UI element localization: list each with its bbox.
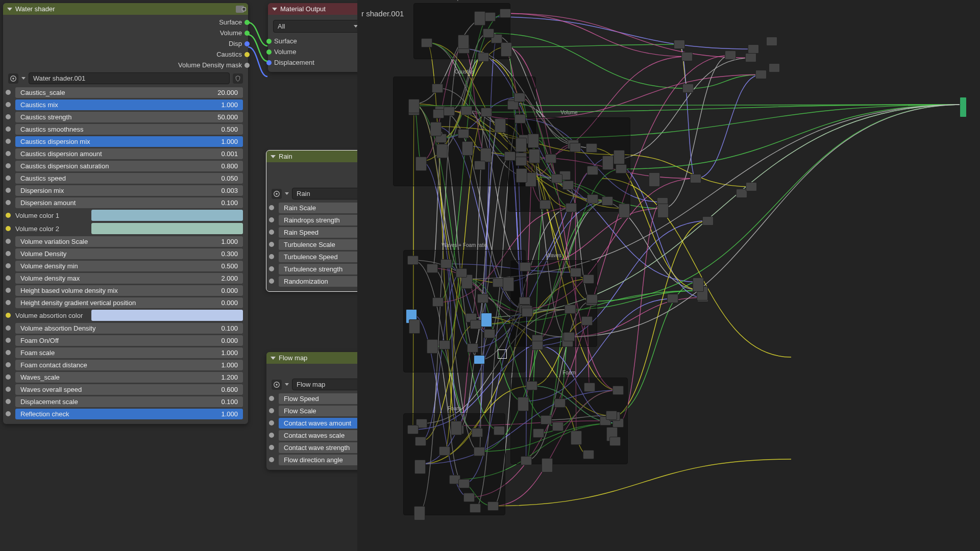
mini-node[interactable] bbox=[439, 446, 450, 456]
mini-node[interactable] bbox=[614, 150, 625, 164]
mini-node[interactable] bbox=[657, 204, 669, 218]
mini-node[interactable] bbox=[520, 262, 531, 271]
mini-node[interactable] bbox=[461, 106, 472, 115]
param-row[interactable]: Caustics speed0.050 bbox=[4, 172, 247, 184]
nodegroup-name-field[interactable]: Water shader.001 bbox=[29, 72, 230, 84]
mini-node[interactable] bbox=[480, 148, 492, 162]
mini-node[interactable] bbox=[474, 11, 485, 26]
mini-node[interactable] bbox=[542, 458, 553, 472]
mini-node[interactable] bbox=[484, 329, 495, 338]
mini-node[interactable] bbox=[458, 129, 469, 138]
param-row[interactable]: Displacement scale0.100 bbox=[4, 395, 247, 408]
mini-node[interactable] bbox=[408, 99, 420, 113]
output-caustics[interactable]: Caustics bbox=[4, 49, 247, 60]
mini-node[interactable] bbox=[746, 182, 757, 191]
param-row[interactable]: Volume Density0.300 bbox=[4, 247, 247, 260]
mini-node[interactable] bbox=[503, 277, 514, 291]
dropdown-icon[interactable] bbox=[285, 383, 289, 386]
value-slider[interactable]: Volume absortion Density0.100 bbox=[15, 323, 243, 334]
param-row[interactable]: Caustics_scale20.000 bbox=[4, 86, 247, 98]
mini-node[interactable] bbox=[494, 426, 505, 435]
param-row[interactable]: Caustics dispersion saturation0.800 bbox=[4, 160, 247, 172]
mini-node[interactable] bbox=[518, 397, 529, 411]
mini-node[interactable] bbox=[427, 339, 438, 354]
mini-node[interactable] bbox=[467, 343, 478, 353]
param-row[interactable]: Volume variation Scale1.000 bbox=[4, 235, 247, 247]
mini-node[interactable] bbox=[606, 411, 617, 420]
param-row[interactable]: Volume density max2.000 bbox=[4, 272, 247, 284]
mini-node[interactable] bbox=[528, 134, 539, 148]
mini-node[interactable] bbox=[504, 152, 516, 161]
param-row[interactable]: Caustics smoothness0.500 bbox=[4, 123, 247, 135]
mini-node[interactable] bbox=[690, 174, 701, 183]
mini-node[interactable] bbox=[456, 268, 467, 278]
value-slider[interactable]: Volume variation Scale1.000 bbox=[15, 236, 243, 247]
value-slider[interactable]: Foam scale1.000 bbox=[15, 347, 243, 358]
mini-node[interactable] bbox=[681, 52, 693, 61]
mini-node[interactable] bbox=[554, 398, 566, 408]
mini-node[interactable] bbox=[564, 332, 575, 341]
mini-node[interactable] bbox=[619, 204, 630, 218]
nodegroup-datablock-icon[interactable] bbox=[272, 380, 282, 390]
mini-node[interactable] bbox=[769, 63, 780, 72]
value-slider[interactable]: Foam contact distance1.000 bbox=[15, 360, 243, 370]
mini-node[interactable] bbox=[532, 341, 543, 350]
value-slider[interactable]: Caustics mix1.000 bbox=[15, 99, 243, 110]
mini-node[interactable] bbox=[500, 9, 511, 18]
mini-node[interactable] bbox=[472, 428, 483, 437]
value-slider[interactable]: Waves overall speed0.600 bbox=[15, 384, 243, 395]
mini-node[interactable] bbox=[609, 437, 621, 446]
volume-absorption-color[interactable]: Volume absortion color bbox=[4, 309, 247, 322]
mini-node[interactable] bbox=[415, 437, 426, 446]
mini-node[interactable] bbox=[702, 216, 714, 226]
param-row[interactable]: Foam scale1.000 bbox=[4, 346, 247, 359]
value-slider[interactable]: Caustics dispersion mix1.000 bbox=[15, 136, 243, 147]
mini-node[interactable] bbox=[521, 456, 532, 465]
target-dropdown[interactable]: All bbox=[273, 20, 362, 33]
mini-node[interactable] bbox=[421, 38, 432, 47]
mini-node[interactable] bbox=[514, 114, 526, 123]
node-header[interactable]: Water shader bbox=[3, 3, 248, 15]
mini-node[interactable] bbox=[522, 308, 533, 317]
param-row[interactable]: Waves_scale1.200 bbox=[4, 371, 247, 383]
input-surface[interactable]: Surface bbox=[269, 36, 366, 46]
mini-node[interactable] bbox=[439, 340, 450, 349]
mini-node[interactable] bbox=[545, 154, 556, 163]
mini-node[interactable] bbox=[474, 447, 485, 456]
mini-node[interactable] bbox=[693, 278, 704, 292]
nodegroup-icon[interactable] bbox=[236, 6, 244, 13]
mini-node[interactable] bbox=[766, 37, 777, 46]
mini-node[interactable] bbox=[570, 143, 581, 152]
mini-node[interactable] bbox=[427, 264, 438, 273]
mini-node[interactable] bbox=[533, 429, 544, 438]
param-row[interactable]: Foam On/Off0.000 bbox=[4, 334, 247, 346]
mini-node[interactable] bbox=[495, 118, 506, 133]
mini-node[interactable] bbox=[551, 174, 562, 183]
value-slider[interactable]: Foam On/Off0.000 bbox=[15, 335, 243, 346]
mini-node[interactable] bbox=[483, 29, 494, 38]
mini-node[interactable] bbox=[583, 450, 594, 459]
mini-node[interactable] bbox=[451, 421, 462, 435]
param-row[interactable]: Volume density min0.500 bbox=[4, 260, 247, 272]
param-row[interactable]: Caustics strength50.000 bbox=[4, 111, 247, 123]
value-slider[interactable]: Dispersion mix0.003 bbox=[15, 185, 243, 196]
param-row[interactable]: Volume absortion Density0.100 bbox=[4, 322, 247, 334]
mini-node[interactable] bbox=[516, 157, 527, 166]
value-slider[interactable]: Volume Density0.300 bbox=[15, 248, 243, 259]
param-row[interactable]: Caustics dispersion amount0.001 bbox=[4, 147, 247, 160]
mini-node[interactable] bbox=[755, 70, 767, 79]
param-row[interactable]: Dispersion mix0.003 bbox=[4, 184, 247, 196]
color-swatch[interactable] bbox=[91, 223, 243, 234]
mini-node[interactable] bbox=[584, 383, 595, 392]
mini-node[interactable] bbox=[516, 138, 527, 152]
param-row[interactable]: Height density gradient vertical positio… bbox=[4, 296, 247, 309]
mini-node[interactable] bbox=[529, 149, 540, 163]
value-slider[interactable]: Caustics speed0.050 bbox=[15, 173, 243, 184]
mini-node[interactable] bbox=[562, 181, 574, 190]
mini-node[interactable] bbox=[481, 108, 492, 117]
mini-node[interactable] bbox=[432, 297, 444, 307]
mini-node[interactable] bbox=[649, 172, 660, 187]
output-disp[interactable]: Disp bbox=[4, 38, 247, 49]
value-slider[interactable]: Caustics dispersion saturation0.800 bbox=[15, 161, 243, 171]
mini-node[interactable] bbox=[444, 107, 455, 116]
